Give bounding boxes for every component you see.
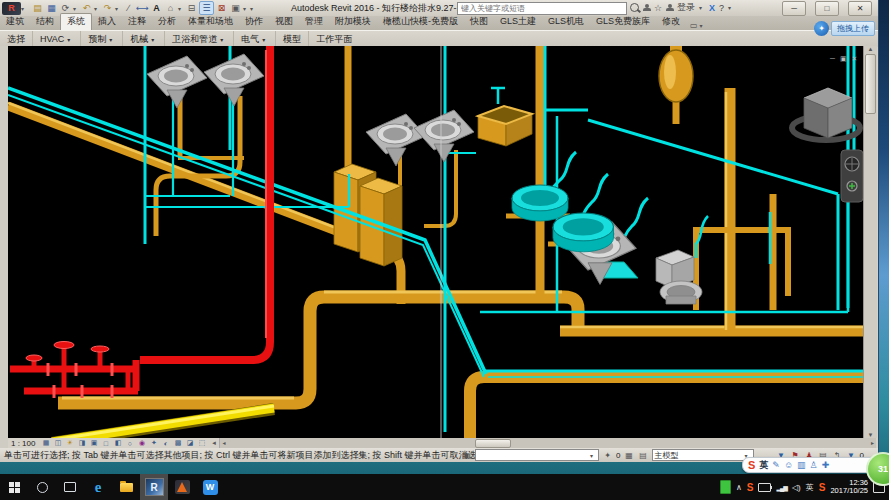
- design-option-select[interactable]: 主模型 ▾: [652, 449, 754, 461]
- aligned-dimension-icon[interactable]: ⟷: [136, 2, 149, 14]
- panel-fabrication[interactable]: 预制▾: [81, 31, 123, 47]
- wps-button[interactable]: W: [196, 474, 224, 500]
- tab-architecture[interactable]: 建筑: [0, 14, 30, 30]
- network-signal-icon[interactable]: ▂▄▆: [776, 484, 786, 491]
- tab-view[interactable]: 视图: [269, 14, 299, 30]
- drawing-area[interactable]: ─ ▣ ✕: [8, 46, 863, 438]
- subscription-icon[interactable]: [643, 4, 650, 11]
- ribbon-overflow-dropdown-icon[interactable]: ▾: [700, 22, 706, 29]
- design-options-icon[interactable]: ▤: [638, 451, 649, 460]
- 3d-view-dropdown-icon[interactable]: ▾: [178, 5, 184, 12]
- tab-manage[interactable]: 管理: [299, 14, 329, 30]
- temporary-view-properties-icon[interactable]: ◐: [160, 439, 171, 448]
- view-restore-icon[interactable]: ▣: [840, 55, 847, 63]
- tab-gls-family-library[interactable]: GLS免费族库: [590, 14, 656, 30]
- edge-taskbar-button[interactable]: e: [84, 474, 112, 500]
- customize-qat-icon[interactable]: ▾: [250, 5, 256, 12]
- signin-person-icon[interactable]: [666, 4, 673, 11]
- panel-hvac[interactable]: HVAC▾: [33, 31, 81, 47]
- sogou-logo-icon[interactable]: S: [748, 459, 755, 471]
- redo-dropdown-icon[interactable]: ▾: [115, 5, 121, 12]
- tab-insert[interactable]: 插入: [92, 14, 122, 30]
- horizontal-scroll-thumb[interactable]: [475, 439, 511, 448]
- ribbon-state-toggle[interactable]: ▭ ▾: [690, 21, 706, 30]
- pencil-icon[interactable]: ✎: [772, 460, 780, 470]
- sogou-tray-icon[interactable]: S: [747, 482, 754, 493]
- collapse-bar-icon[interactable]: ◂: [208, 439, 219, 448]
- active-workset-select[interactable]: ▾: [475, 449, 599, 461]
- constraints-icon[interactable]: ◪: [184, 439, 195, 448]
- ribbon-overflow-icon[interactable]: ▭: [690, 21, 698, 30]
- visual-style-icon[interactable]: ◫: [52, 439, 63, 448]
- panel-electrical[interactable]: 电气▾: [234, 31, 276, 47]
- detail-level-icon[interactable]: ▦: [40, 439, 51, 448]
- tab-gls-mep[interactable]: GLS机电: [542, 14, 590, 30]
- vertical-scroll-thumb[interactable]: [865, 54, 876, 114]
- search-icon[interactable]: [630, 3, 639, 12]
- ime-mode-label[interactable]: 英: [759, 459, 768, 472]
- tab-collaborate[interactable]: 协作: [239, 14, 269, 30]
- revit-taskbar-button[interactable]: R: [140, 474, 168, 500]
- reveal-hidden-icon[interactable]: ◉: [136, 439, 147, 448]
- close-hidden-windows-icon[interactable]: ⊠: [215, 2, 228, 14]
- battery-icon[interactable]: [758, 483, 771, 492]
- signin-dropdown-icon[interactable]: ▾: [699, 4, 705, 11]
- 3d-view-canvas[interactable]: [8, 46, 863, 438]
- signin-label[interactable]: 登录: [677, 1, 695, 14]
- drain-trap-fitting[interactable]: [659, 46, 693, 102]
- maximize-button[interactable]: □: [815, 1, 839, 16]
- panel-mechanical[interactable]: 机械▾: [123, 31, 165, 47]
- worksharing-display-icon[interactable]: ✦: [148, 439, 159, 448]
- editing-requests-icon[interactable]: ✦: [602, 451, 613, 460]
- render-icon[interactable]: ▣: [88, 439, 99, 448]
- measure-icon[interactable]: ∕: [122, 2, 135, 14]
- sogou-icon[interactable]: S: [819, 482, 826, 493]
- panel-select[interactable]: 选择: [0, 31, 33, 47]
- temporary-hide-icon[interactable]: ○: [124, 439, 135, 448]
- view-minimize-icon[interactable]: ─: [830, 55, 835, 63]
- scroll-left-icon[interactable]: ◂: [222, 439, 225, 446]
- highlighted-main-pipe[interactable]: [52, 406, 274, 438]
- redo-icon[interactable]: ↷: [101, 2, 114, 14]
- workset-lock-icon[interactable]: ▣: [461, 451, 472, 460]
- tab-addins[interactable]: 附加模块: [329, 14, 377, 30]
- emoji-icon[interactable]: ☺: [784, 460, 793, 470]
- scroll-up-icon[interactable]: ▲: [868, 46, 874, 52]
- file-explorer-button[interactable]: [112, 474, 140, 500]
- panel-plumbing[interactable]: 卫浴和管道▾: [165, 31, 234, 47]
- revit-app-menu-button[interactable]: R: [2, 2, 21, 15]
- help-dropdown-icon[interactable]: ▾: [728, 4, 734, 11]
- tray-expand-icon[interactable]: ∧: [736, 483, 742, 492]
- cortana-search-button[interactable]: [28, 474, 56, 500]
- open-icon[interactable]: ▤: [31, 2, 44, 14]
- person-icon[interactable]: ♙: [810, 460, 818, 470]
- cad-app-button[interactable]: [168, 474, 196, 500]
- save-icon[interactable]: ▦: [45, 2, 58, 14]
- horizontal-scrollbar[interactable]: ◂ ▸: [219, 438, 876, 448]
- tab-gls-structure[interactable]: GLS土建: [494, 14, 542, 30]
- default-3d-view-icon[interactable]: ⌂: [164, 2, 177, 14]
- favorites-star-icon[interactable]: ☆: [654, 3, 662, 13]
- sync-central-icon[interactable]: ▦: [624, 451, 635, 460]
- text-icon[interactable]: A: [150, 2, 163, 14]
- open-tank-box[interactable]: [478, 106, 532, 146]
- panel-work-plane[interactable]: 工作平面: [309, 31, 359, 47]
- panel-model[interactable]: 模型: [276, 31, 309, 47]
- task-view-button[interactable]: [56, 474, 84, 500]
- vertical-scrollbar[interactable]: ▲ ▼: [863, 46, 877, 438]
- minimize-button[interactable]: ─: [782, 1, 806, 16]
- close-button[interactable]: ✕: [848, 1, 872, 16]
- tab-annotate[interactable]: 注释: [122, 14, 152, 30]
- section-box-icon[interactable]: ⬚: [196, 439, 207, 448]
- skin-icon[interactable]: ✚: [822, 460, 830, 470]
- battery-full-icon[interactable]: [720, 480, 731, 494]
- scale-button[interactable]: 1 : 100: [11, 439, 35, 448]
- tab-quick-draw[interactable]: 快图: [464, 14, 494, 30]
- undo-dropdown-icon[interactable]: ▾: [94, 5, 100, 12]
- tab-modify[interactable]: 修改: [656, 14, 686, 30]
- navigation-bar[interactable]: [841, 150, 863, 202]
- app-menu-dropdown-icon[interactable]: ▾: [21, 5, 27, 12]
- crop-region-icon[interactable]: ◧: [112, 439, 123, 448]
- analytical-model-icon[interactable]: ▩: [172, 439, 183, 448]
- sync-dropdown-icon[interactable]: ▾: [73, 5, 79, 12]
